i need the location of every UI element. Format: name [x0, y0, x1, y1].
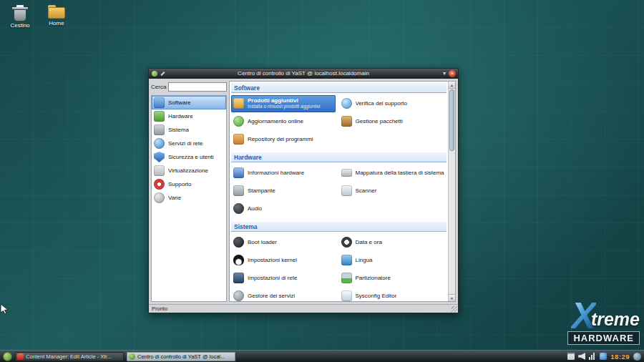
module-impostazioni-kernel[interactable]: Impostazioni kernel	[231, 253, 339, 267]
clock[interactable]: 18:29	[610, 353, 630, 361]
scrollbar-thumb[interactable]	[449, 89, 454, 151]
sidebar-list: SoftwareHardwareSistemaServizi di reteSi…	[151, 95, 227, 302]
module-stampante[interactable]: Stampante	[231, 184, 339, 197]
network-icon[interactable]	[589, 353, 596, 360]
virtualizzazione-icon	[154, 165, 165, 176]
close-icon[interactable]: ×	[449, 70, 456, 77]
panel-toolbox-icon[interactable]	[633, 353, 641, 361]
sidebar-item-hardware[interactable]: Hardware	[152, 109, 226, 123]
minimize-icon[interactable]: ▾	[443, 71, 446, 77]
scrollbar[interactable]: ▲ ▼	[448, 82, 455, 301]
module-audio[interactable]: Audio	[231, 202, 339, 215]
sidebar-item-sicurezza-e-utenti[interactable]: Sicurezza e utenti	[152, 150, 226, 164]
module-partizionatore[interactable]: Partizionatore	[339, 271, 447, 285]
sidebar-item-varie[interactable]: Varie	[152, 191, 226, 205]
watermark-name: treme	[591, 309, 640, 330]
module-data-e-ora[interactable]: Data e ora	[339, 235, 447, 249]
sicurezza-icon	[154, 152, 165, 162]
task-button-content-manager[interactable]: Content Manager: Edit Article - Xtr...	[15, 352, 124, 361]
desktop: { "desktop": { "icons": [ { "label": "Ce…	[0, 0, 644, 362]
module-text: Data e ora	[356, 239, 382, 246]
lingua-icon	[341, 255, 352, 265]
sidebar-item-virtualizzazione[interactable]: Virtualizzazione	[152, 164, 226, 177]
sidebar-item-label: Software	[168, 99, 191, 106]
volume-icon[interactable]	[578, 353, 585, 360]
status-bar: Pronto	[149, 304, 458, 313]
module-verifica-del-supporto[interactable]: Verifica del supporto	[339, 97, 447, 110]
module-mappatura-della-tastiera-di-sistema[interactable]: Mappatura della tastiera di sistema	[339, 166, 447, 180]
application-launcher-icon[interactable]	[3, 352, 12, 361]
network-manager-icon[interactable]	[600, 353, 607, 360]
module-text: Informazioni hardware	[248, 170, 304, 177]
servizi-icon	[233, 290, 244, 301]
status-text: Pronto	[152, 305, 167, 312]
resize-grip[interactable]	[452, 306, 457, 312]
desktop-icon-trash[interactable]: Cestino	[4, 5, 36, 29]
desktop-icon-home[interactable]: Home	[41, 5, 72, 26]
scroll-up-icon[interactable]: ▲	[449, 82, 455, 89]
module-text: Prodotti aggiuntiviInstalla o rimuovi pr…	[248, 97, 321, 109]
section-header-hardware: Hardware	[231, 152, 447, 162]
system-tray: 18:29	[567, 353, 641, 361]
rete-imp-icon	[233, 273, 244, 283]
module-text: Boot loader	[248, 239, 277, 246]
hardware-icon	[154, 111, 165, 122]
module-aggiornamento-online[interactable]: Aggiornamento online	[231, 114, 339, 128]
task-button-yast[interactable]: Centro di controllo di YaST @ local...	[127, 352, 235, 361]
module-boot-loader[interactable]: Boot loader	[231, 235, 339, 249]
module-text: Gestore dei servizi	[248, 293, 295, 300]
yast-icon	[129, 353, 135, 360]
section-header-sistema: Sistema	[231, 222, 447, 232]
pin-icon[interactable]	[160, 72, 165, 76]
sidebar-item-label: Virtualizzazione	[168, 167, 208, 174]
module-text: Sysconfig Editor	[356, 293, 397, 300]
scroll-down-icon[interactable]: ▼	[449, 294, 455, 301]
module-text: Aggiornamento online	[248, 118, 303, 125]
window-app-icon[interactable]	[152, 71, 157, 77]
desktop-icon-label: Cestino	[4, 22, 36, 29]
clipboard-icon[interactable]	[567, 353, 575, 360]
module-text: Mappatura della tastiera di sistema	[356, 170, 444, 177]
search-input[interactable]	[168, 82, 227, 92]
trash-icon	[14, 5, 26, 21]
window-title: Centro di controllo di YaST @ localhost.…	[238, 70, 369, 77]
sidebar-item-servizi-di-rete[interactable]: Servizi di rete	[152, 137, 226, 150]
repository-icon	[233, 134, 244, 145]
module-text: Verifica del supporto	[356, 100, 408, 107]
section-grid: Informazioni hardwareMappatura della tas…	[230, 162, 448, 220]
prodotti-icon	[233, 98, 244, 109]
section-header-software: Software	[231, 83, 447, 93]
watermark-sub: HARDWARE	[567, 331, 640, 345]
module-gestione-pacchetti[interactable]: Gestione pacchetti	[339, 114, 447, 128]
sidebar: Cerca SoftwareHardwareSistemaServizi di …	[151, 81, 227, 302]
sidebar-item-supporto[interactable]: Supporto	[152, 177, 226, 191]
sidebar-item-sistema[interactable]: Sistema	[152, 123, 226, 137]
module-repository-dei-programmi[interactable]: Repository dei programmi	[231, 132, 339, 146]
section-grid: Prodotti aggiuntiviInstalla o rimuovi pr…	[230, 93, 448, 151]
module-informazioni-hardware[interactable]: Informazioni hardware	[231, 166, 339, 180]
module-scanner[interactable]: Scanner	[339, 184, 447, 197]
module-text: Gestione pacchetti	[356, 118, 403, 125]
xtreme-hardware-watermark: X treme HARDWARE	[567, 300, 640, 345]
scanner-icon	[341, 185, 352, 196]
module-text: Impostazioni di rete	[248, 275, 297, 282]
taskbar: Content Manager: Edit Article - Xtr... C…	[0, 350, 644, 362]
module-sysconfig-editor[interactable]: Sysconfig Editor	[339, 289, 447, 301]
varie-icon	[154, 192, 165, 203]
module-gestore-dei-servizi[interactable]: Gestore dei servizi	[231, 289, 339, 301]
module-lingua[interactable]: Lingua	[339, 253, 447, 267]
content-manager-icon	[17, 353, 24, 360]
mouse-cursor	[0, 303, 10, 315]
category-view: SoftwareProdotti aggiuntiviInstalla o ri…	[230, 82, 448, 301]
verifica-icon	[341, 98, 352, 109]
software-icon	[154, 97, 165, 108]
module-impostazioni-di-rete[interactable]: Impostazioni di rete	[231, 271, 339, 285]
module-prodotti-aggiuntivi[interactable]: Prodotti aggiuntiviInstalla o rimuovi pr…	[231, 95, 336, 112]
module-text: Lingua	[356, 257, 373, 264]
window-titlebar[interactable]: Centro di controllo di YaST @ localhost.…	[149, 69, 458, 79]
sidebar-item-software[interactable]: Software	[152, 96, 226, 109]
info-hw-icon	[233, 167, 244, 178]
module-text: Repository dei programmi	[248, 136, 313, 143]
sidebar-item-label: Sistema	[168, 127, 189, 133]
desktop-icon-label: Home	[41, 20, 72, 26]
